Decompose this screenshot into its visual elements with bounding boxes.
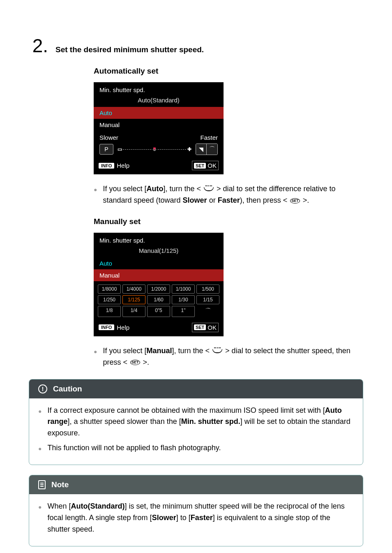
lcd-manual: Min. shutter spd. Manual(1/125) Auto Man…	[94, 233, 224, 336]
lcd-auto: Min. shutter spd. Auto(Standard) Auto Ma…	[94, 82, 224, 174]
ok-label-m: OK	[208, 324, 217, 331]
set-badge-m: SET	[194, 324, 206, 330]
lcd-auto-option-manual: Manual	[94, 119, 224, 131]
speed-option: 1/1000	[172, 285, 195, 294]
main-dial-icon	[212, 349, 222, 353]
note-icon	[38, 480, 46, 489]
caution-item-1: ● If a correct exposure cannot be obtain…	[38, 405, 354, 440]
set-ok: SET OK	[192, 161, 219, 170]
info-badge-m: INFO	[99, 324, 114, 330]
manual-para-item: ● If you select [Manual], turn the < > d…	[94, 345, 363, 368]
set-button-icon: SET	[130, 360, 140, 365]
page-root: 2. Set the desired minimum shutter speed…	[0, 0, 392, 553]
speed-option: 0"5	[147, 306, 170, 317]
manual-heading: Manually set	[94, 217, 363, 226]
auto-paragraph: ● If you select [Auto], turn the < > dia…	[94, 183, 363, 206]
arc-icon: ⌒	[196, 306, 219, 317]
help-label-m: Help	[117, 324, 129, 331]
speed-option: 1/8	[98, 306, 121, 317]
speed-option: 1/30	[172, 295, 195, 304]
speed-option: 1/4000	[122, 285, 145, 294]
lcd-manual-option-manual: Manual	[94, 269, 224, 281]
slider-track: ▭ ▼0 ✚	[117, 144, 192, 155]
step-title: Set the desired minimum shutter speed.	[55, 45, 204, 54]
lcd-auto-footer: INFO Help SET OK	[94, 158, 224, 174]
bullet-icon: ●	[94, 185, 97, 206]
step-header: 2. Set the desired minimum shutter speed…	[29, 36, 363, 55]
caution-item-2: ● This function will not be applied to f…	[38, 442, 354, 454]
manual-paragraph: ● If you select [Manual], turn the < > d…	[94, 345, 363, 368]
lcd-auto-option-auto: Auto	[94, 107, 224, 119]
info-help-m: INFO Help	[99, 324, 129, 331]
minus-icon: ▭	[117, 146, 123, 152]
set-ok-m: SET OK	[192, 323, 219, 332]
speed-option: 1/500	[196, 285, 219, 294]
caution-icon: !	[38, 384, 47, 393]
bullet-icon: ●	[38, 503, 42, 535]
speed-option: 1/125	[122, 295, 145, 304]
lcd-manual-option-auto: Auto	[94, 257, 224, 269]
speed-grid: 1/80001/40001/20001/10001/5001/2501/1251…	[94, 281, 224, 320]
lcd-manual-footer: INFO Help SET OK	[94, 320, 224, 336]
auto-para-item: ● If you select [Auto], turn the < > dia…	[94, 183, 363, 206]
lcd-auto-slider-labels: Slower Faster	[94, 131, 224, 142]
auto-section: Automatically set Min. shutter spd. Auto…	[94, 67, 363, 368]
nav-arrows: ◥ ⌒	[196, 143, 218, 155]
lcd-auto-title: Min. shutter spd.	[94, 82, 224, 96]
speed-option: 1/15	[196, 295, 219, 304]
info-help: INFO Help	[99, 162, 129, 169]
speed-option: 1/2000	[147, 285, 170, 294]
auto-para-text: If you select [Auto], turn the < > dial …	[103, 183, 363, 206]
auto-heading: Automatically set	[94, 67, 363, 76]
caution-title: Caution	[53, 384, 82, 393]
speed-option: 1/60	[147, 295, 170, 304]
note-item-1: ● When [Auto(Standard)] is set, the mini…	[38, 501, 354, 535]
indicator-icon: ▼	[152, 146, 157, 151]
caution-body: ● If a correct exposure cannot be obtain…	[29, 398, 363, 465]
note-box: Note ● When [Auto(Standard)] is set, the…	[29, 475, 363, 546]
manual-para-text: If you select [Manual], turn the < > dia…	[103, 345, 363, 368]
set-badge: SET	[194, 163, 206, 169]
speed-option: 1"	[172, 306, 195, 317]
lcd-manual-title: Min. shutter spd.	[94, 233, 224, 246]
lcd-auto-breadcrumb: Auto(Standard)	[94, 96, 224, 107]
bullet-icon: ●	[94, 347, 97, 368]
help-label: Help	[117, 162, 129, 169]
speed-option: 1/250	[98, 295, 121, 304]
step-number: 2.	[29, 36, 55, 55]
speed-option: 1/8000	[98, 285, 121, 294]
note-body: ● When [Auto(Standard)] is set, the mini…	[29, 494, 363, 546]
plus-icon: ✚	[187, 146, 192, 152]
info-badge: INFO	[99, 163, 114, 169]
ok-label: OK	[208, 162, 217, 169]
caution-box: ! Caution ● If a correct exposure cannot…	[29, 379, 363, 465]
speed-option: 1/4	[122, 306, 145, 317]
arc-icon: ⌒	[207, 144, 217, 155]
faster-label: Faster	[200, 134, 218, 141]
main-dial-icon	[204, 187, 214, 191]
slower-label: Slower	[99, 134, 118, 141]
bullet-icon: ●	[38, 407, 42, 440]
set-button-icon: SET	[290, 198, 300, 204]
note-title: Note	[51, 480, 69, 489]
zero-tick: ▼0	[152, 147, 157, 152]
note-head: Note	[29, 475, 363, 494]
lcd-manual-breadcrumb: Manual(1/125)	[94, 246, 224, 257]
p-mode-icon: P	[99, 144, 113, 155]
left-arrow-icon: ◥	[196, 144, 207, 155]
bullet-icon: ●	[38, 444, 42, 454]
lcd-auto-slider: P ▭ ▼0 ✚ ◥ ⌒	[94, 142, 224, 158]
caution-head: ! Caution	[29, 379, 363, 398]
